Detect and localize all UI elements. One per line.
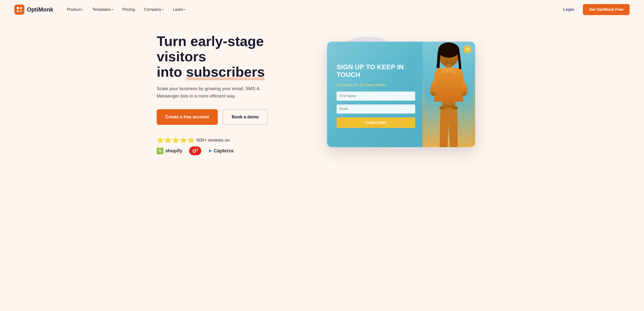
svg-point-6 xyxy=(438,42,459,58)
hero-buttons: Create a free account Book a demo xyxy=(157,109,300,125)
book-demo-button[interactable]: Book a demo xyxy=(222,109,268,125)
shopify-label: shopify xyxy=(165,148,182,154)
chevron-down-icon: ▾ xyxy=(162,8,164,11)
chevron-down-icon: ▾ xyxy=(112,8,113,11)
star-4: ⭐ xyxy=(180,137,187,144)
star-1: ⭐ xyxy=(157,137,164,144)
g2-icon: G2 xyxy=(189,146,201,155)
preview-card: ✕ SIGN UP TO KEEP IN TOUCH subscribe for… xyxy=(327,42,475,147)
brand-name: OptiMonk xyxy=(27,6,54,13)
svg-rect-1 xyxy=(20,7,22,9)
nav-item-company[interactable]: Company ▾ xyxy=(140,5,168,14)
create-account-button[interactable]: Create a free account xyxy=(157,109,218,125)
nav-item-pricing[interactable]: Pricing xyxy=(118,5,139,14)
reviews-wrap: ⭐ ⭐ ⭐ ⭐ ⭐ 500+ reviews on S shopify G2 xyxy=(157,137,300,155)
logo-link[interactable]: OptiMonk xyxy=(14,4,54,14)
capterra-icon: ➤ xyxy=(208,148,212,154)
star-rating: ⭐ ⭐ ⭐ ⭐ ⭐ xyxy=(157,137,194,144)
nav-item-templates[interactable]: Templates ▾ xyxy=(88,5,117,14)
popup-subheading: subscribe for the latest deals xyxy=(336,82,415,88)
login-button[interactable]: Login xyxy=(560,5,578,14)
g2-logo: G2 xyxy=(189,146,201,155)
hero-subtitle: Scale your business by growing your emai… xyxy=(157,85,272,100)
svg-rect-0 xyxy=(17,7,19,9)
capterra-logo: ➤ Capterra xyxy=(208,148,233,154)
nav-right: Login Get OptiMonk Free xyxy=(560,4,630,15)
popup-model-image xyxy=(422,42,475,147)
svg-rect-9 xyxy=(440,106,458,109)
hero-title: Turn early-stage visitors into subscribe… xyxy=(157,34,300,79)
hero-highlight: subscribers xyxy=(186,64,265,80)
popup-content: SIGN UP TO KEEP IN TOUCH subscribe for t… xyxy=(327,42,422,147)
reviews-text: 500+ reviews on xyxy=(196,138,230,143)
star-5: ⭐ xyxy=(187,137,194,144)
preview-popup: ✕ SIGN UP TO KEEP IN TOUCH subscribe for… xyxy=(327,42,475,147)
hero-left: Turn early-stage visitors into subscribe… xyxy=(157,34,300,155)
star-3: ⭐ xyxy=(172,137,179,144)
navbar: OptiMonk Product ▾ Templates ▾ Pricing C… xyxy=(0,0,644,19)
chevron-down-icon: ▾ xyxy=(82,8,83,11)
hero-section: Turn early-stage visitors into subscribe… xyxy=(142,19,502,174)
nav-links: Product ▾ Templates ▾ Pricing Company ▾ … xyxy=(63,5,560,14)
capterra-label: Capterra xyxy=(214,148,233,154)
chevron-down-icon: ▾ xyxy=(184,8,186,11)
hero-right: ✕ SIGN UP TO KEEP IN TOUCH subscribe for… xyxy=(315,42,487,147)
platform-logos: S shopify G2 ➤ Capterra xyxy=(157,146,300,155)
nav-item-learn[interactable]: Learn ▾ xyxy=(169,5,189,14)
stars-row: ⭐ ⭐ ⭐ ⭐ ⭐ 500+ reviews on xyxy=(157,137,300,144)
svg-rect-3 xyxy=(20,10,22,12)
svg-rect-2 xyxy=(17,10,19,12)
popup-heading: SIGN UP TO KEEP IN TOUCH xyxy=(336,63,415,78)
shopify-icon: S xyxy=(157,148,164,154)
star-2: ⭐ xyxy=(164,137,172,144)
logo-icon xyxy=(14,4,24,14)
popup-email-input[interactable] xyxy=(336,104,415,114)
shopify-logo: S shopify xyxy=(157,148,182,154)
nav-item-product[interactable]: Product ▾ xyxy=(63,5,87,14)
popup-first-name-input[interactable] xyxy=(336,92,415,101)
popup-close-button[interactable]: ✕ xyxy=(464,46,471,53)
get-optimonk-free-button[interactable]: Get OptiMonk Free xyxy=(583,4,630,15)
popup-subscribe-button[interactable]: SUBSCRIBE xyxy=(336,118,415,128)
